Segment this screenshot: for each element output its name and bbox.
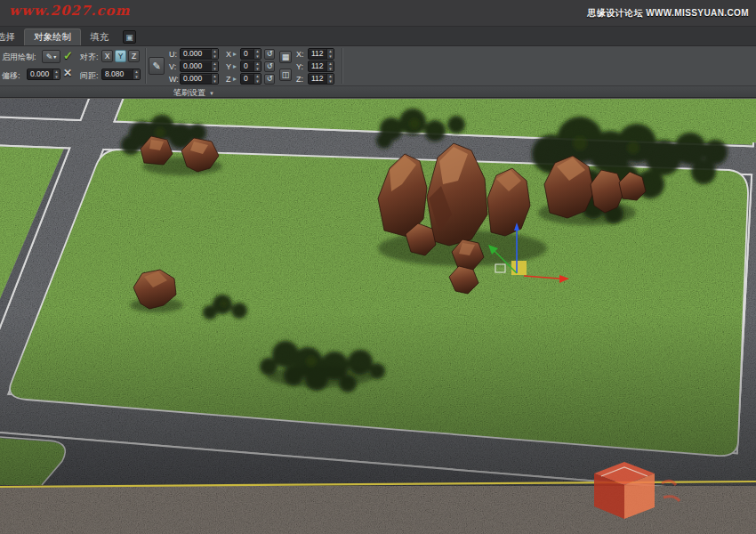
application-window: www.2027.com 思缘设计论坛 WWW.MISSYUAN.COM 选择 … xyxy=(0,0,756,534)
enable-paint-label: 启用绘制: xyxy=(2,53,36,61)
scale-z-label: Z: xyxy=(296,75,303,84)
ribbon-controls: 启用绘制: ✎ ▾ 偏移: 0.000 ▴▾ ✓ ✕ 对齐: X Y Z 间距:… xyxy=(0,46,756,85)
u-label: U: xyxy=(169,50,177,59)
spinner-value: 0.000 xyxy=(28,69,52,79)
reset-icon: ↺ xyxy=(267,75,273,83)
scale-y-label: Y: xyxy=(296,62,303,71)
spinner-arrows-icon[interactable]: ▴▾ xyxy=(253,61,261,71)
spin-down-icon[interactable]: ▾ xyxy=(254,79,261,85)
spin-down-icon[interactable]: ▾ xyxy=(254,54,261,60)
tab-object-paint[interactable]: 对象绘制 xyxy=(24,28,81,45)
offset-y-spinner[interactable]: 0 ▴▾ xyxy=(240,61,261,72)
w-spinner[interactable]: 0.000 ▴▾ xyxy=(180,73,219,85)
scale-x-spinner[interactable]: 112 ▴▾ xyxy=(308,48,334,60)
scale-z-spinner[interactable]: 112 ▴▾ xyxy=(308,73,334,85)
flyout-arrow-icon: ▸ xyxy=(233,48,237,61)
reset-icon: ↺ xyxy=(267,50,273,58)
mirror-button[interactable]: ◫ xyxy=(279,69,292,81)
viewport[interactable] xyxy=(0,98,756,534)
watermark-right: 思缘设计论坛 WWW.MISSYUAN.COM xyxy=(588,7,749,20)
flyout-arrow-icon: ▸ xyxy=(233,61,237,73)
mirror-icon: ◫ xyxy=(282,70,290,79)
spinner-value: 0 xyxy=(241,61,253,71)
brush-settings-label: 笔刷设置 xyxy=(173,88,205,97)
offset-x-label: X xyxy=(226,50,231,59)
spinner-value: 0.000 xyxy=(181,49,211,59)
tab-select[interactable]: 选择 xyxy=(0,28,24,45)
spinner-value: 0 xyxy=(241,49,253,59)
ribbon-panel-footer: 笔刷设置▼ xyxy=(0,85,756,98)
spacing-label: 间距: xyxy=(80,71,99,80)
v-label: V: xyxy=(169,62,176,71)
scale-x-label: X: xyxy=(296,50,304,59)
spinner-arrows-icon[interactable]: ▴▾ xyxy=(253,49,261,59)
spin-down-icon[interactable]: ▾ xyxy=(212,67,218,72)
spin-down-icon[interactable]: ▾ xyxy=(53,75,60,80)
offset-label: 偏移: xyxy=(2,71,20,80)
reset-x-button[interactable]: ↺ xyxy=(264,49,275,60)
spinner-arrows-icon[interactable]: ▴▾ xyxy=(211,49,218,59)
spinner-value: 112 xyxy=(309,49,326,59)
enable-paint-dropdown[interactable]: ✎ ▾ xyxy=(42,50,60,63)
spinner-arrows-icon[interactable]: ▴▾ xyxy=(211,74,218,84)
spinner-arrows-icon[interactable]: ▴▾ xyxy=(52,69,60,79)
title-strip: www.2027.com 思缘设计论坛 WWW.MISSYUAN.COM xyxy=(0,0,756,27)
reset-icon: ↺ xyxy=(267,62,273,70)
offset-z-spinner[interactable]: 0 ▴▾ xyxy=(240,73,261,85)
spin-down-icon[interactable]: ▾ xyxy=(327,79,334,85)
u-spinner[interactable]: 0.000 ▴▾ xyxy=(180,48,219,60)
spinner-arrows-icon[interactable]: ▴▾ xyxy=(326,74,334,84)
scale-y-spinner[interactable]: 112 ▴▾ xyxy=(308,61,334,72)
group-divider xyxy=(145,48,146,84)
spinner-arrows-icon[interactable]: ▴▾ xyxy=(326,61,334,71)
align-x-toggle[interactable]: X xyxy=(101,50,113,62)
spinner-value: 8.080 xyxy=(102,69,133,79)
spinner-arrows-icon[interactable]: ▴▾ xyxy=(133,69,140,79)
caret-down-icon: ▾ xyxy=(53,53,56,60)
spinner-value: 0.000 xyxy=(181,74,211,84)
spin-down-icon[interactable]: ▾ xyxy=(327,67,334,72)
tab-fill[interactable]: 填充 xyxy=(81,28,117,45)
align-z-toggle[interactable]: Z xyxy=(128,50,140,62)
spinner-arrows-icon[interactable]: ▴▾ xyxy=(211,61,218,71)
v-spinner[interactable]: 0.000 ▴▾ xyxy=(180,61,219,72)
spin-down-icon[interactable]: ▾ xyxy=(133,75,140,80)
grid-icon: ▦ xyxy=(282,53,290,61)
brush-icon: ✎ xyxy=(152,61,160,72)
offset-spinner[interactable]: 0.000 ▴▾ xyxy=(27,69,60,80)
reset-y-button[interactable]: ↺ xyxy=(264,61,275,72)
brush-icon: ✎ xyxy=(46,53,53,61)
distribution-grid-button[interactable]: ▦ xyxy=(279,51,292,63)
spinner-value: 112 xyxy=(309,61,326,71)
paint-brush-tool-button[interactable]: ✎ xyxy=(149,57,165,75)
align-y-toggle[interactable]: Y xyxy=(115,50,126,62)
spin-down-icon[interactable]: ▾ xyxy=(327,54,334,60)
spinner-arrows-icon[interactable]: ▴▾ xyxy=(326,49,334,59)
spinner-value: 112 xyxy=(309,74,326,84)
align-label: 对齐: xyxy=(80,53,99,61)
spinner-value: 0.000 xyxy=(181,61,211,71)
caret-down-icon: ▼ xyxy=(209,91,214,96)
spinner-arrows-icon[interactable]: ▴▾ xyxy=(253,74,261,84)
confirm-check-icon[interactable]: ✓ xyxy=(63,49,73,62)
offset-y-label: Y xyxy=(226,62,231,71)
panel-divider xyxy=(342,48,342,84)
spin-down-icon[interactable]: ▾ xyxy=(254,67,261,72)
cancel-cross-icon[interactable]: ✕ xyxy=(63,67,72,79)
ribbon-tabs: 选择 对象绘制 填充 ▣ xyxy=(0,27,756,46)
spin-down-icon[interactable]: ▾ xyxy=(212,79,218,85)
watermark-left: www.2027.com xyxy=(9,3,130,19)
w-label: W: xyxy=(169,75,179,84)
flyout-arrow-icon: ▸ xyxy=(233,73,237,85)
viewport-canvas[interactable] xyxy=(0,99,756,534)
offset-x-spinner[interactable]: 0 ▴▾ xyxy=(240,48,261,60)
offset-z-label: Z xyxy=(226,75,231,84)
spinner-value: 0 xyxy=(241,74,253,84)
spacing-spinner[interactable]: 8.080 ▴▾ xyxy=(101,69,141,80)
spin-down-icon[interactable]: ▾ xyxy=(212,54,218,60)
ribbon-state-icon[interactable]: ▣ xyxy=(123,30,136,44)
gizmo-plane-handle[interactable] xyxy=(511,261,527,275)
reset-z-button[interactable]: ↺ xyxy=(264,74,275,85)
